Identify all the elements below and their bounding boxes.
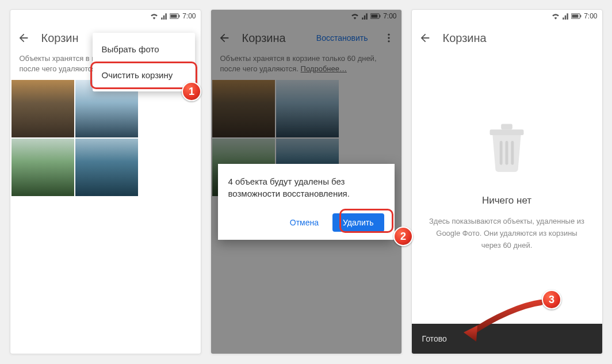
trash-empty-icon [485, 122, 529, 172]
menu-select-photo[interactable]: Выбрать фото [93, 36, 195, 62]
app-toolbar: Корзина [412, 22, 602, 53]
svg-rect-13 [501, 124, 512, 129]
svg-rect-14 [500, 141, 503, 165]
photo-thumbnail[interactable] [12, 139, 74, 196]
delete-button[interactable]: Удалить [332, 213, 384, 232]
wifi-icon [552, 13, 560, 20]
svg-rect-10 [572, 14, 579, 18]
dialog-actions: Отмена Удалить [228, 213, 384, 232]
confirm-dialog: 4 объекта будут удалены без возможности … [218, 164, 395, 240]
menu-empty-trash[interactable]: Очистить корзину [93, 62, 195, 88]
status-time: 7:00 [584, 12, 597, 20]
signal-icon [160, 13, 167, 20]
photo-grid [10, 80, 201, 196]
overflow-menu: Выбрать фото Очистить корзину [93, 33, 195, 91]
battery-icon [571, 13, 582, 19]
back-arrow-icon[interactable] [17, 32, 30, 44]
step-badge-1: 1 [182, 82, 201, 101]
svg-rect-2 [179, 15, 179, 17]
status-bar: 7:00 [10, 10, 201, 22]
photo-thumbnail[interactable] [12, 80, 74, 137]
annotation-arrow [460, 299, 546, 345]
cancel-button[interactable]: Отмена [284, 213, 324, 232]
svg-rect-12 [490, 129, 524, 135]
wifi-icon [150, 13, 158, 20]
back-arrow-icon[interactable] [419, 32, 431, 44]
svg-rect-16 [511, 141, 514, 165]
phone-screen-2: 7:00 Корзина Восстановить Объекты хранят… [211, 9, 402, 354]
dialog-message: 4 объекта будут удалены без возможности … [228, 175, 384, 200]
svg-rect-15 [506, 141, 508, 165]
signal-icon [562, 13, 569, 20]
done-label: Готово [422, 334, 447, 343]
photo-thumbnail[interactable] [75, 139, 138, 196]
empty-description: Здесь показываются объекты, удаленные из… [412, 216, 602, 251]
status-time: 7:00 [182, 12, 196, 20]
battery-icon [170, 13, 180, 19]
phone-screen-1: 7:00 Корзин Объекты хранятся в корзине т… [10, 9, 201, 354]
svg-rect-1 [171, 14, 177, 18]
page-title: Корзина [443, 32, 595, 45]
empty-title: Ничего нет [482, 195, 531, 206]
status-bar: 7:00 [412, 10, 602, 22]
step-badge-2: 2 [393, 227, 413, 246]
svg-rect-11 [580, 15, 581, 17]
step-badge-3: 3 [542, 290, 561, 309]
